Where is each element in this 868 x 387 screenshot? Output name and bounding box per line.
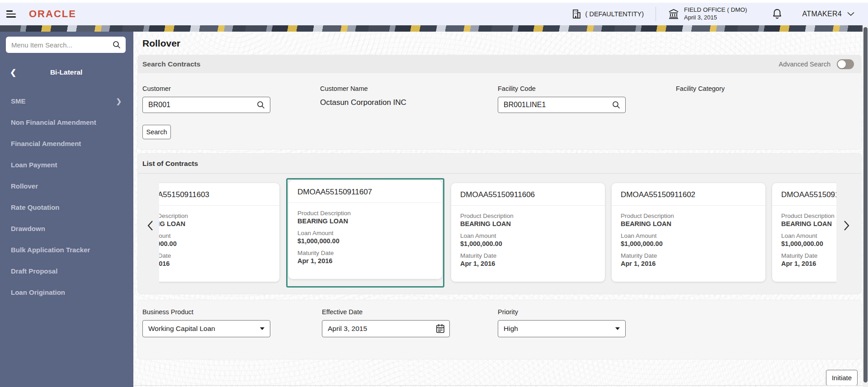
sidebar-item-loan-payment[interactable]: Loan Payment <box>0 154 133 175</box>
menu-search-box <box>6 37 126 53</box>
contract-card[interactable]: DMOAA55150911602 Product Description BEA… <box>612 183 765 282</box>
details-panel: Business Product Working Capital Loan Ef… <box>138 300 861 359</box>
business-product-field-group: Business Product Working Capital Loan <box>142 308 270 337</box>
facility-code-search-icon[interactable] <box>612 100 621 109</box>
search-button[interactable]: Search <box>142 125 171 139</box>
sidebar-item-financial-amendment[interactable]: Financial Amendment <box>0 133 133 154</box>
search-contracts-header: Search Contracts Advanced Search <box>138 55 861 73</box>
facility-code-input-box <box>498 97 626 113</box>
priority-field-group: Priority High <box>498 308 626 337</box>
effective-date-input[interactable] <box>328 325 435 333</box>
sidebar-item-bulk-application-tracker[interactable]: Bulk Application Tracker <box>0 239 133 260</box>
search-icon[interactable] <box>112 40 121 49</box>
header-right-cluster: ( DEFAULTENTITY) <box>571 3 854 25</box>
list-of-contracts-panel: List of Contracts DMOAA55150911603 Produ… <box>138 154 861 294</box>
entity-selector[interactable]: ( DEFAULTENTITY) <box>571 9 644 19</box>
initiate-button[interactable]: Initiate <box>826 370 858 386</box>
carousel-next-button[interactable] <box>841 219 851 232</box>
caret-down-icon <box>615 327 620 330</box>
customer-name-label: Customer Name <box>320 85 448 92</box>
bottom-divider <box>133 385 863 386</box>
advanced-search-toggle[interactable] <box>837 59 854 69</box>
list-of-contracts-title: List of Contracts <box>138 154 861 168</box>
sidebar-section-header: ❮ Bi-Lateral <box>0 62 133 82</box>
contract-card[interactable]: DMOAA55150911606 Product Description BEA… <box>451 183 605 282</box>
sidebar: ❮ Bi-Lateral SME ❯ Non Financial Amendme… <box>0 32 133 387</box>
facility-code-label: Facility Code <box>498 85 626 92</box>
sidebar-item-sme[interactable]: SME ❯ <box>0 90 133 112</box>
business-product-select[interactable]: Working Capital Loan <box>142 320 270 337</box>
carousel-previous-button[interactable] <box>145 219 155 232</box>
building-icon <box>571 9 581 19</box>
chevron-right-icon: ❯ <box>116 97 122 105</box>
sidebar-menu: SME ❯ Non Financial Amendment Financial … <box>0 90 133 303</box>
chevron-down-icon <box>847 12 854 16</box>
contract-card[interactable]: DMOAA5515091 Product Description BEARING… <box>772 183 836 282</box>
entity-label: ( DEFAULTENTITY) <box>585 10 644 18</box>
header-divider <box>656 7 656 21</box>
sidebar-item-drawdown[interactable]: Drawdown <box>0 218 133 239</box>
notifications-button[interactable] <box>772 8 783 20</box>
contract-number: DMOAA55150911602 <box>621 190 756 199</box>
search-contracts-panel: Search Contracts Advanced Search Custome… <box>138 55 861 149</box>
facility-code-field-group: Facility Code <box>498 85 626 113</box>
branch-date: April 3, 2015 <box>684 14 747 21</box>
advanced-search-label: Advanced Search <box>779 61 830 68</box>
customer-name-value: Octasun Corporation INC <box>320 98 448 107</box>
page-title: Rollover <box>142 38 180 49</box>
sidebar-item-non-financial-amendment[interactable]: Non Financial Amendment <box>0 112 133 133</box>
contract-number: DMOAA55150911607 <box>297 188 433 197</box>
caret-down-icon <box>260 327 264 330</box>
priority-label: Priority <box>498 308 626 316</box>
customer-label: Customer <box>142 85 270 92</box>
bell-icon <box>772 8 783 20</box>
effective-date-field-group: Effective Date <box>322 308 450 337</box>
priority-select[interactable]: High <box>498 320 626 337</box>
customer-search-icon[interactable] <box>256 100 265 109</box>
facility-category-label: Facility Category <box>676 85 804 92</box>
back-chevron-icon[interactable]: ❮ <box>10 68 16 77</box>
hamburger-menu-icon[interactable] <box>6 9 18 19</box>
user-menu[interactable]: ATMAKER4 <box>802 10 854 18</box>
contract-number: DMOAA55150911603 <box>159 190 270 199</box>
calendar-icon[interactable] <box>435 323 445 334</box>
branch-name: FIELD OFFICE ( DMO) <box>684 6 747 14</box>
vertical-scrollbar[interactable] <box>863 25 868 387</box>
business-product-label: Business Product <box>142 308 270 316</box>
contract-card-selected[interactable]: DMOAA55150911607 Product Description BEA… <box>286 178 444 288</box>
sidebar-section-title: Bi-Lateral <box>16 68 116 76</box>
effective-date-input-box <box>322 320 450 337</box>
oracle-logo: ORACLE <box>29 8 76 20</box>
customer-input[interactable] <box>148 101 256 109</box>
facility-code-input[interactable] <box>504 101 612 109</box>
app-window: ORACLE ( DEFAULTENTITY) <box>0 0 868 387</box>
contracts-carousel: DMOAA55150911603 Product Description BEA… <box>159 178 836 289</box>
customer-name-field-group: Customer Name Octasun Corporation INC <box>320 85 448 107</box>
sidebar-item-rollover[interactable]: Rollover <box>0 175 133 197</box>
facility-category-field-group: Facility Category <box>676 85 804 98</box>
sidebar-item-rate-quotation[interactable]: Rate Quotation <box>0 197 133 218</box>
customer-input-box <box>142 97 270 113</box>
top-header: ORACLE ( DEFAULTENTITY) <box>0 0 868 25</box>
customer-field-group: Customer <box>142 85 270 113</box>
sidebar-item-draft-proposal[interactable]: Draft Proposal <box>0 260 133 282</box>
user-name: ATMAKER4 <box>802 10 842 18</box>
search-contracts-title: Search Contracts <box>142 60 200 68</box>
branch-selector[interactable]: FIELD OFFICE ( DMO) April 3, 2015 <box>668 6 747 21</box>
contract-number: DMOAA5515091 <box>781 190 836 199</box>
panel-divider <box>138 173 861 174</box>
banner-texture <box>0 25 868 32</box>
sidebar-item-loan-origination[interactable]: Loan Origination <box>0 282 133 303</box>
effective-date-label: Effective Date <box>322 308 450 316</box>
contract-card[interactable]: DMOAA55150911603 Product Description BEA… <box>159 183 279 282</box>
scrollbar-thumb[interactable] <box>863 27 868 382</box>
contract-number: DMOAA55150911606 <box>460 190 596 199</box>
bank-icon <box>668 8 679 20</box>
menu-search-input[interactable] <box>11 41 112 49</box>
main-content: Rollover Search Contracts Advanced Searc… <box>133 32 863 387</box>
